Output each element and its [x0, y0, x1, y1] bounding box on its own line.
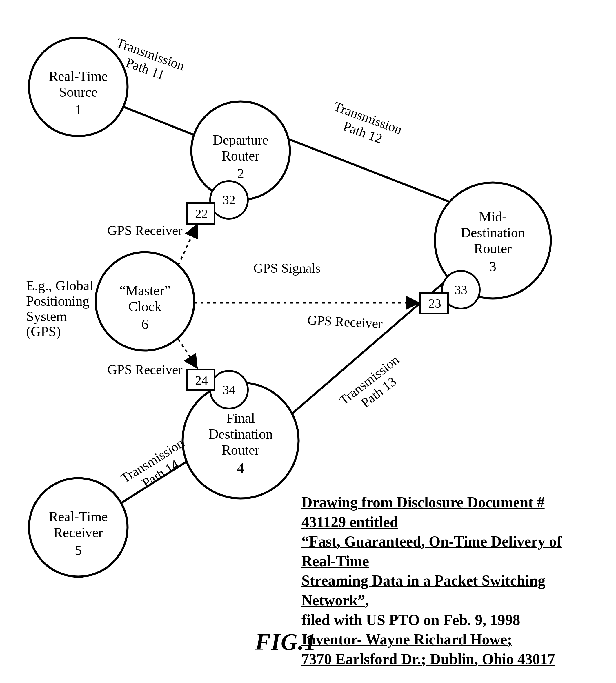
- svg-line-1: [281, 136, 452, 203]
- caption-block: Drawing from Disclosure Document # 43112…: [302, 493, 591, 669]
- box-22: [187, 203, 215, 224]
- figure-label: FIG.1: [255, 629, 316, 655]
- box-24: [187, 369, 215, 390]
- box-23: [420, 293, 448, 314]
- circle-34: [210, 371, 248, 409]
- circle-32: [210, 181, 248, 219]
- svg-line-3: [110, 455, 197, 510]
- svg-line-4: [178, 225, 197, 265]
- svg-line-6: [178, 339, 197, 368]
- node-master: [96, 252, 194, 350]
- node-source: [29, 38, 128, 136]
- node-receiver: [29, 478, 128, 577]
